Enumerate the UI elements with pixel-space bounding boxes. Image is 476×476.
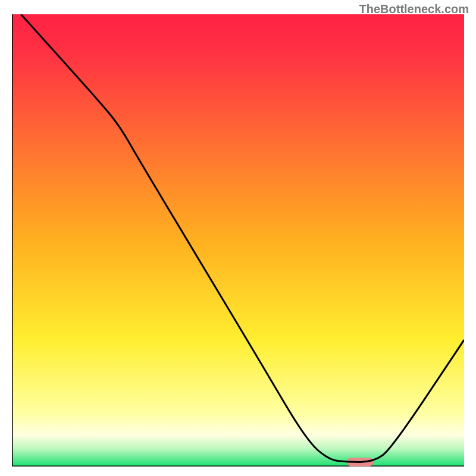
chart-container: TheBottleneck.com [0,0,476,476]
watermark-text: TheBottleneck.com [359,2,469,16]
chart-background [12,14,464,466]
chart-svg [12,14,464,466]
plot-area [12,14,464,466]
